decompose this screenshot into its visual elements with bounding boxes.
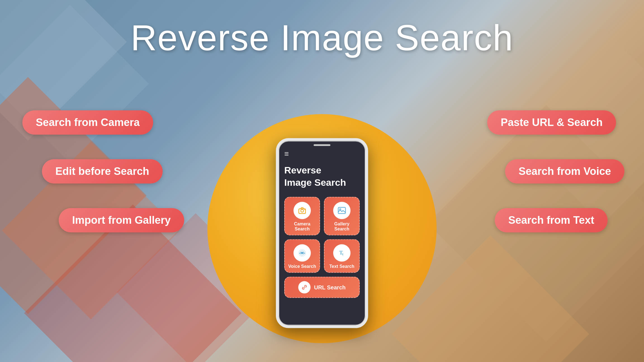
svg-text:t: t bbox=[342, 252, 344, 256]
center-area: ≡ ReverseImage Search bbox=[0, 59, 644, 362]
svg-point-7 bbox=[301, 252, 303, 254]
voice-search-button[interactable]: Voice Search bbox=[284, 239, 320, 273]
phone-mockup: ≡ ReverseImage Search bbox=[276, 138, 368, 328]
text-search-label: Text Search bbox=[329, 264, 354, 269]
import-from-gallery-label: Import from Gallery bbox=[59, 208, 184, 232]
svg-rect-8 bbox=[299, 253, 300, 254]
svg-point-0 bbox=[301, 209, 304, 212]
search-from-voice-label: Search from Voice bbox=[505, 159, 624, 184]
svg-rect-11 bbox=[304, 253, 305, 254]
page-title: Reverse Image Search bbox=[131, 17, 513, 59]
voice-icon-circle bbox=[293, 244, 311, 262]
phone-screen: ≡ ReverseImage Search bbox=[279, 141, 365, 304]
gallery-search-button[interactable]: Gallery Search bbox=[324, 197, 360, 235]
camera-search-label: Camera Search bbox=[288, 222, 317, 232]
camera-icon-circle bbox=[293, 202, 311, 219]
svg-point-2 bbox=[304, 209, 305, 210]
search-from-text-label: Search from Text bbox=[495, 208, 608, 232]
camera-search-button[interactable]: Camera Search bbox=[284, 197, 320, 235]
microphone-icon bbox=[297, 248, 307, 258]
url-icon-circle bbox=[298, 281, 311, 294]
url-search-label: URL Search bbox=[314, 284, 345, 290]
main-content: Reverse Image Search ≡ ReverseImage Sear… bbox=[0, 0, 644, 362]
paste-url-search-label: Paste URL & Search bbox=[487, 110, 616, 135]
text-icon: T t bbox=[337, 248, 347, 258]
camera-icon bbox=[297, 206, 307, 215]
hamburger-menu-icon: ≡ bbox=[284, 149, 360, 158]
svg-rect-10 bbox=[303, 252, 304, 254]
link-icon bbox=[300, 284, 308, 291]
url-search-button[interactable]: URL Search bbox=[284, 277, 360, 298]
gallery-search-label: Gallery Search bbox=[327, 222, 356, 232]
gallery-icon bbox=[337, 206, 347, 215]
text-icon-circle: T t bbox=[333, 244, 351, 262]
search-from-camera-label: Search from Camera bbox=[22, 110, 153, 135]
app-buttons-grid: Camera Search Gallery Sea bbox=[284, 197, 360, 273]
svg-rect-9 bbox=[300, 252, 301, 254]
text-search-button[interactable]: T t Text Search bbox=[324, 239, 360, 273]
gallery-icon-circle bbox=[333, 202, 351, 219]
voice-search-label: Voice Search bbox=[288, 264, 316, 269]
app-title: ReverseImage Search bbox=[284, 164, 360, 189]
edit-before-search-label: Edit before Search bbox=[42, 159, 163, 184]
phone-frame: ≡ ReverseImage Search bbox=[276, 138, 368, 328]
